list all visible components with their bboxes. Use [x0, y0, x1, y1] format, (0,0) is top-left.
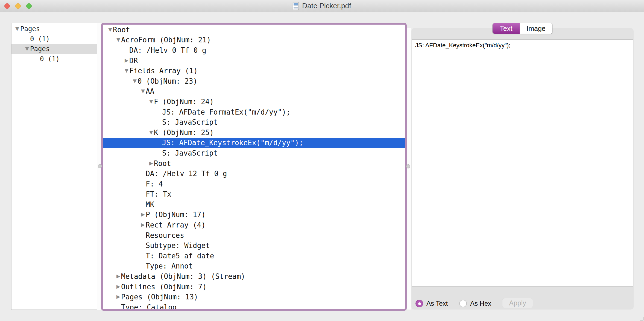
tree-row[interactable]: ▶Pages (ObjNum: 13) — [103, 292, 405, 302]
disclosure-triangle-right-icon[interactable]: ▶ — [125, 58, 129, 63]
tree-row[interactable]: JS: AFDate_KeystrokeEx("m/d/yy"); — [103, 138, 405, 148]
disclosure-triangle-down-icon[interactable]: ▼ — [15, 26, 20, 31]
tree-row-label: Outlines (ObjNum: 7) — [121, 283, 207, 291]
tree-row-label: 0 (ObjNum: 23) — [137, 77, 197, 85]
tree-row[interactable]: ▶Metadata (ObjNum: 3) (Stream) — [103, 271, 405, 282]
tree-row[interactable]: ▶Rect Array (4) — [103, 220, 405, 230]
disclosure-triangle-right-icon[interactable]: ▶ — [116, 284, 121, 289]
tree-row[interactable]: MK — [103, 199, 405, 210]
tree-row-label: Pages — [20, 25, 40, 33]
tree-row[interactable]: FT: Tx — [103, 189, 405, 200]
title-bar: Date Picker.pdf — [0, 0, 644, 12]
tree-row-label: F (ObjNum: 24) — [154, 98, 214, 106]
tree-row-label: MK — [146, 200, 154, 209]
tab-text[interactable]: Text — [493, 23, 520, 34]
as-text-radio[interactable] — [415, 300, 423, 307]
as-text-label: As Text — [426, 300, 448, 307]
tree-row[interactable]: ▼Pages — [11, 44, 97, 54]
disclosure-triangle-down-icon[interactable]: ▼ — [125, 68, 129, 73]
tree-row[interactable]: 0 (1) — [11, 34, 97, 44]
tree-row-label: F: 4 — [146, 180, 163, 188]
disclosure-triangle-down-icon[interactable]: ▼ — [116, 37, 121, 42]
tree-row[interactable]: ▶Outlines (ObjNum: 7) — [103, 282, 405, 292]
window-title: Date Picker.pdf — [302, 2, 351, 10]
tree-row[interactable]: Type: Annot — [103, 261, 405, 272]
resize-grip[interactable] — [640, 317, 643, 320]
tree-row-label: S: JavaScript — [162, 149, 218, 157]
tree-row[interactable]: Subtype: Widget — [103, 240, 405, 251]
disclosure-triangle-right-icon[interactable]: ▶ — [141, 222, 146, 227]
tree-row-label: JS: AFDate_FormatEx("m/d/yy"); — [162, 108, 291, 116]
tree-row[interactable]: S: JavaScript — [103, 148, 405, 158]
tree-row[interactable]: F: 4 — [103, 179, 405, 189]
as-hex-label: As Hex — [470, 300, 491, 307]
disclosure-triangle-right-icon[interactable]: ▶ — [116, 294, 121, 299]
as-text-radio-group: As Text — [415, 299, 448, 308]
content-text-area[interactable]: JS: AFDate_KeystrokeEx("m/d/yy"); — [412, 39, 633, 287]
tree-row[interactable]: DA: /Helv 0 Tf 0 g — [103, 45, 405, 56]
disclosure-triangle-right-icon[interactable]: ▶ — [149, 161, 154, 166]
tree-row-label: K (ObjNum: 25) — [154, 129, 214, 137]
disclosure-triangle-down-icon[interactable]: ▼ — [25, 46, 30, 51]
pdf-object-tree-panel: ▼Root▼AcroForm (ObjNum: 21)DA: /Helv 0 T… — [101, 23, 407, 311]
tree-row[interactable]: JS: AFDate_FormatEx("m/d/yy"); — [103, 107, 405, 117]
tree-row-label: T: Date5_af_date — [146, 252, 214, 260]
window: { "window": { "title": "Date Picker.pdf"… — [0, 0, 644, 321]
disclosure-triangle-down-icon[interactable]: ▼ — [108, 27, 113, 32]
tree-row-label: 0 (1) — [30, 35, 50, 43]
tree-row[interactable]: ▼AcroForm (ObjNum: 21) — [103, 35, 405, 45]
right-splitter-handle[interactable] — [406, 164, 410, 168]
tree-row-label: P (ObjNum: 17) — [146, 211, 206, 219]
tree-row[interactable]: ▶DR — [103, 56, 405, 66]
tree-row-label: DR — [129, 57, 138, 65]
tree-row-label: FT: Tx — [146, 190, 171, 198]
tree-row[interactable]: DA: /Helv 12 Tf 0 g — [103, 168, 405, 179]
tree-row[interactable]: ▼Pages — [11, 24, 97, 34]
tree-row[interactable]: S: JavaScript — [103, 117, 405, 127]
document-icon[interactable] — [293, 2, 299, 10]
tree-row-label: Root — [113, 26, 130, 34]
zoom-icon[interactable] — [26, 3, 32, 9]
tree-row[interactable]: ▼Root — [103, 25, 405, 35]
tree-row[interactable]: ▼Fields Array (1) — [103, 66, 405, 76]
tree-row[interactable]: Type: Catalog — [103, 302, 405, 311]
tree-row[interactable]: ▶P (ObjNum: 17) — [103, 210, 405, 220]
disclosure-triangle-right-icon[interactable]: ▶ — [116, 274, 121, 279]
tree-row[interactable]: T: Date5_af_date — [103, 251, 405, 261]
tree-row[interactable]: ▼K (ObjNum: 25) — [103, 127, 405, 138]
minimize-icon[interactable] — [15, 3, 21, 9]
tree-row-label: DA: /Helv 0 Tf 0 g — [129, 46, 206, 54]
tree-row-label: Metadata (ObjNum: 3) (Stream) — [121, 272, 245, 281]
tree-row-label: AcroForm (ObjNum: 21) — [121, 36, 211, 44]
pdf-object-tree: ▼Root▼AcroForm (ObjNum: 21)DA: /Helv 0 T… — [103, 25, 405, 311]
tree-row-label: Pages — [30, 45, 50, 53]
close-icon[interactable] — [4, 3, 10, 9]
tree-row[interactable]: ▼F (ObjNum: 24) — [103, 97, 405, 107]
disclosure-triangle-right-icon[interactable]: ▶ — [141, 212, 146, 217]
disclosure-triangle-down-icon[interactable]: ▼ — [149, 99, 154, 104]
tree-row-label: Rect Array (4) — [146, 221, 206, 229]
tree-row-label: Pages (ObjNum: 13) — [121, 293, 198, 301]
tree-row-label: DA: /Helv 12 Tf 0 g — [146, 170, 227, 178]
apply-button[interactable]: Apply — [502, 298, 533, 308]
tree-row-label: 0 (1) — [40, 55, 60, 63]
disclosure-triangle-down-icon[interactable]: ▼ — [133, 78, 137, 83]
pages-tree: ▼Pages0 (1)▼Pages0 (1) — [11, 24, 97, 64]
tab-image[interactable]: Image — [520, 23, 552, 34]
disclosure-triangle-down-icon[interactable]: ▼ — [149, 130, 154, 135]
tree-row[interactable]: ▼AA — [103, 86, 405, 97]
right-splitter[interactable] — [407, 28, 411, 310]
disclosure-triangle-down-icon[interactable]: ▼ — [141, 89, 146, 94]
tree-row-label: Resources — [146, 231, 184, 240]
tree-row[interactable]: 0 (1) — [11, 54, 97, 64]
tree-row-label: Root — [154, 159, 171, 168]
tree-row[interactable]: ▼0 (ObjNum: 23) — [103, 76, 405, 86]
tree-row[interactable]: Resources — [103, 230, 405, 241]
tree-row-label: Subtype: Widget — [146, 241, 210, 250]
as-hex-radio[interactable] — [459, 300, 467, 307]
pages-sidebar: ▼Pages0 (1)▼Pages0 (1) — [11, 23, 97, 310]
tree-row[interactable]: ▶Root — [103, 158, 405, 169]
tree-row-label: JS: AFDate_KeystrokeEx("m/d/yy"); — [162, 139, 303, 147]
left-splitter-handle[interactable] — [98, 164, 102, 168]
tree-row-label: AA — [146, 87, 154, 95]
